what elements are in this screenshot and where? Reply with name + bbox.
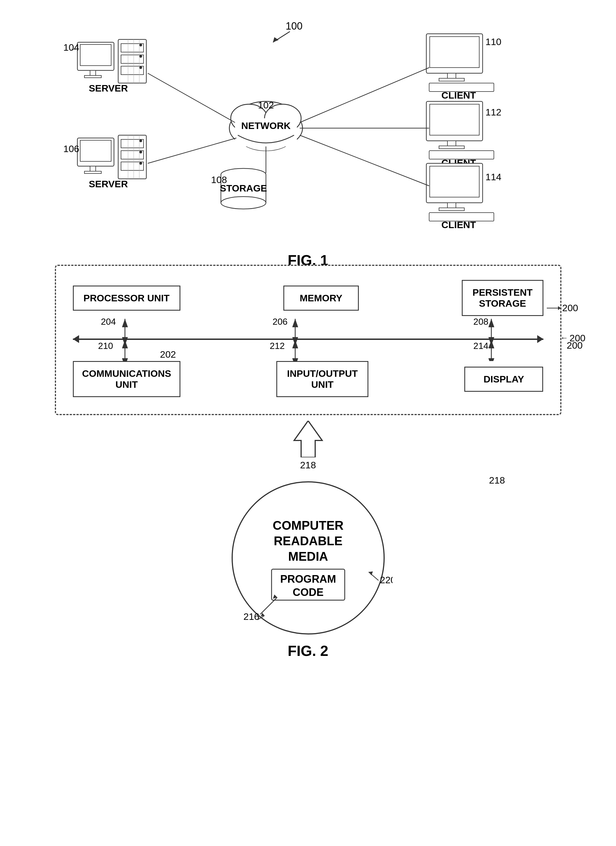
svg-line-64 (300, 135, 429, 186)
persistent-storage-box: PERSISTENTSTORAGE (462, 280, 543, 316)
svg-rect-50 (430, 104, 479, 135)
svg-line-60 (148, 138, 236, 163)
fig2-label: FIG. 2 (55, 642, 562, 659)
arrow-218 (291, 421, 325, 458)
svg-point-19 (139, 55, 142, 58)
network-label: NETWORK (241, 120, 291, 131)
fig2-section: 200 202 PROCESSOR UNIT MEMORY PERSISTENT… (55, 265, 562, 659)
svg-rect-52 (439, 146, 464, 149)
svg-rect-28 (84, 171, 101, 174)
ref-208: 208 (473, 316, 488, 327)
ref-206: 206 (273, 316, 287, 327)
svg-text:CODE: CODE (293, 586, 324, 598)
svg-rect-47 (439, 78, 464, 81)
memory-box: MEMORY (283, 285, 359, 310)
ref-218-label: 218 (489, 475, 505, 486)
svg-point-43 (221, 197, 266, 209)
svg-rect-13 (84, 75, 101, 78)
svg-marker-85 (294, 421, 322, 458)
crm-circle: COMPUTER READABLE MEDIA PROGRAM CODE 216… (224, 474, 393, 637)
client-label-3: CLIENT (441, 219, 476, 230)
fig1-section: 100 NETWORK 102 (55, 17, 562, 248)
svg-line-59 (148, 73, 235, 122)
ref-220: 220 (380, 575, 393, 585)
ref-218: 218 (300, 460, 316, 471)
server-1: SERVER (78, 40, 146, 94)
ref-204: 204 (101, 316, 116, 327)
ref-216: 216 (243, 611, 260, 622)
ref-114: 114 (485, 172, 502, 182)
svg-point-20 (139, 66, 142, 69)
ref-110: 110 (485, 36, 502, 47)
ref-106: 106 (63, 143, 79, 154)
ref-214: 214 (473, 341, 488, 351)
network-cloud: NETWORK 102 (229, 100, 302, 151)
communications-unit-box: COMMUNICATIONSUNIT (73, 361, 181, 397)
svg-rect-55 (430, 166, 479, 197)
svg-rect-57 (439, 208, 464, 210)
computer-readable-media-text: COMPUTER (273, 518, 343, 532)
ref-112: 112 (485, 107, 502, 118)
processor-unit-box: PROCESSOR UNIT (73, 285, 180, 310)
server-2: SERVER (78, 135, 146, 189)
svg-rect-45 (430, 37, 479, 68)
ref-200-label: 200 (569, 333, 585, 344)
io-unit-box: INPUT/OUTPUTUNIT (276, 361, 368, 397)
ref-212: 212 (270, 341, 285, 351)
svg-point-18 (139, 44, 142, 47)
ref-104: 104 (63, 42, 79, 53)
svg-point-34 (139, 151, 142, 153)
client-2: CLIENT (426, 102, 494, 168)
svg-marker-84 (558, 306, 561, 310)
server-label-1: SERVER (89, 83, 128, 94)
svg-line-62 (300, 68, 429, 122)
ref-200-ext: 200 (562, 303, 578, 313)
ref-210: 210 (98, 341, 113, 351)
svg-point-35 (139, 162, 142, 165)
svg-point-33 (139, 140, 142, 142)
ref-102: 102 (258, 100, 274, 110)
server-label-2: SERVER (89, 178, 128, 189)
svg-text:READABLE: READABLE (274, 534, 342, 548)
svg-marker-1 (273, 37, 279, 42)
svg-rect-26 (80, 140, 111, 161)
svg-rect-11 (80, 44, 111, 66)
client-3: CLIENT (426, 163, 494, 230)
program-code-text: PROGRAM (280, 573, 336, 585)
display-box: DISPLAY (464, 367, 543, 392)
svg-text:MEDIA: MEDIA (288, 549, 328, 563)
ref-100: 100 (286, 20, 302, 32)
client-label-1: CLIENT (441, 90, 476, 100)
client-1: CLIENT (426, 34, 494, 100)
page-container: 100 NETWORK 102 (0, 0, 616, 846)
ref-108: 108 (211, 174, 227, 185)
